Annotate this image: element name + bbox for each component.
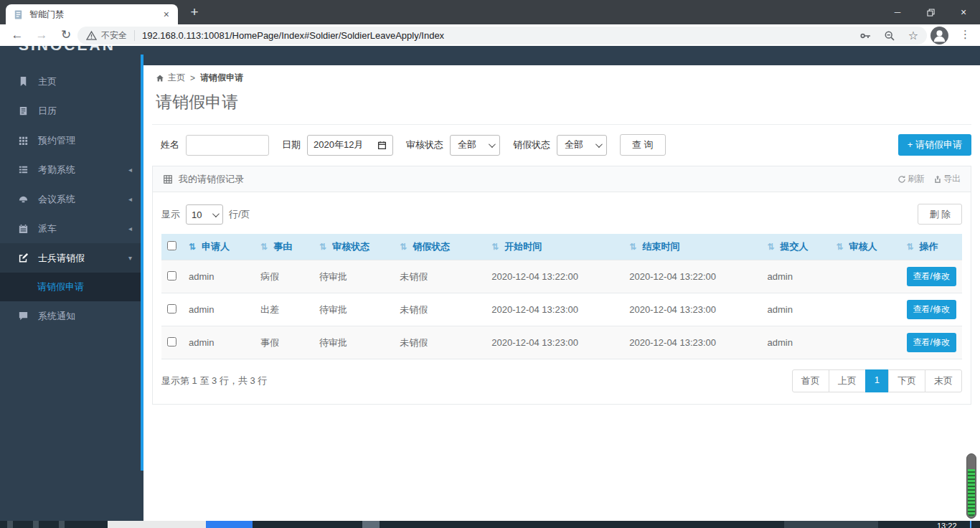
page-prev[interactable]: 上页 [829, 369, 866, 392]
export-link[interactable]: 导出 [933, 173, 961, 185]
sidebar-item-label: 预约管理 [38, 134, 75, 147]
tab-close-icon[interactable]: × [161, 9, 172, 20]
page-size-value: 10 [192, 209, 202, 220]
sort-icon[interactable]: ⇅ [907, 242, 914, 252]
col-actions[interactable]: ⇅操作 [901, 234, 962, 260]
taskbar-item[interactable] [362, 521, 380, 528]
add-leave-button[interactable]: + 请销假申请 [898, 134, 971, 156]
row-checkbox[interactable] [167, 304, 176, 314]
view-edit-button[interactable]: 查看/修改 [907, 333, 956, 352]
sort-icon[interactable]: ⇅ [319, 242, 326, 252]
address-bar[interactable]: 不安全 192.168.0.113:10081/HomePage/Index#S… [77, 27, 927, 44]
browser-menu-icon[interactable]: ⋮ [960, 28, 971, 41]
col-reviewer[interactable]: ⇅审核人 [831, 234, 901, 260]
back-button[interactable]: ← [9, 27, 26, 44]
sidebar-item-calendar[interactable]: 日历 [0, 96, 143, 126]
chevron-left-icon: ◂ [128, 166, 132, 174]
taskbar-item[interactable] [108, 521, 206, 528]
chevron-down-icon [212, 210, 220, 217]
page-last[interactable]: 末页 [925, 369, 962, 392]
cell-review: 待审批 [314, 293, 394, 326]
page-title: 请销假申请 [152, 91, 971, 113]
close-window-button[interactable]: × [947, 0, 980, 24]
taskbar-item[interactable] [7, 521, 13, 528]
sidebar-item-meeting[interactable]: 会议系统 ◂ [0, 184, 143, 214]
chevron-left-icon: ◂ [128, 225, 132, 232]
row-checkbox[interactable] [167, 271, 176, 280]
cell-reviewer [831, 260, 901, 293]
cell-reason: 病假 [255, 260, 314, 293]
sidebar-item-attendance[interactable]: 考勤系统 ◂ [0, 155, 143, 184]
review-status-value: 全部 [458, 138, 476, 151]
cell-review: 待审批 [314, 260, 394, 293]
bookmark-star-icon[interactable]: ☆ [908, 29, 918, 42]
refresh-link[interactable]: 刷新 [897, 173, 925, 185]
sidebar-item-label: 系统通知 [38, 310, 75, 323]
cell-end: 2020-12-04 13:23:00 [623, 293, 761, 326]
date-input[interactable]: 2020年12月 [307, 135, 393, 156]
row-checkbox[interactable] [167, 337, 176, 346]
minimize-button[interactable]: ─ [881, 0, 914, 24]
table-toolbar: 显示 10 行/页 删 除 [161, 204, 962, 225]
view-edit-button[interactable]: 查看/修改 [907, 267, 956, 286]
cell-reviewer [831, 326, 901, 359]
browser-tab[interactable]: 智能门禁 × [6, 4, 178, 24]
sidebar-item-reservation[interactable]: 预约管理 [0, 126, 143, 155]
sort-icon[interactable]: ⇅ [189, 242, 196, 252]
key-icon[interactable] [859, 30, 871, 42]
logo: SINOCEAN [0, 46, 143, 55]
select-all-checkbox[interactable] [167, 241, 176, 250]
taskbar-item[interactable] [33, 521, 39, 528]
restore-button[interactable] [914, 0, 947, 24]
col-end-time[interactable]: ⇅结束时间 [623, 234, 761, 260]
sort-icon[interactable]: ⇅ [400, 242, 407, 252]
taskbar-item[interactable] [59, 521, 65, 528]
sidebar-subitem-leave-apply[interactable]: 请销假申请 [0, 273, 143, 301]
cell-reason: 出差 [255, 293, 314, 326]
page-first[interactable]: 首页 [792, 369, 829, 392]
row-summary: 显示第 1 至 3 行，共 3 行 [161, 374, 267, 387]
taskbar-clock: 13:22 [937, 522, 957, 528]
page-size-select[interactable]: 10 [186, 204, 223, 225]
delete-button[interactable]: 删 除 [918, 204, 962, 225]
col-reason[interactable]: ⇅事由 [255, 234, 314, 260]
sidebar-item-home[interactable]: 主页 [0, 67, 143, 96]
col-start-time[interactable]: ⇅开始时间 [486, 234, 623, 260]
review-status-select[interactable]: 全部 [450, 135, 500, 156]
profile-avatar[interactable] [930, 27, 948, 44]
new-tab-button[interactable]: + [185, 4, 204, 22]
sort-icon[interactable]: ⇅ [837, 242, 844, 252]
sort-icon[interactable]: ⇅ [491, 242, 499, 252]
name-label: 姓名 [161, 138, 179, 151]
breadcrumb-home[interactable]: 主页 [168, 72, 185, 84]
edit-icon [18, 253, 29, 263]
cell-start: 2020-12-04 13:22:00 [486, 260, 623, 293]
filter-bar: 姓名 日期 2020年12月 审核状态 全部 销假状态 全部 [152, 124, 971, 156]
reload-button[interactable]: ↻ [57, 27, 75, 44]
taskbar-item[interactable] [206, 521, 253, 528]
table-header-row: ⇅申请人 ⇅事由 ⇅审核状态 ⇅销假状态 ⇅开始时间 ⇅结束时间 ⇅提交人 ⇅审… [161, 234, 962, 260]
col-submitter[interactable]: ⇅提交人 [761, 234, 830, 260]
window-controls: ─ × [881, 0, 980, 24]
col-applicant[interactable]: ⇅申请人 [183, 234, 255, 260]
page-next[interactable]: 下页 [888, 369, 925, 392]
sort-icon[interactable]: ⇅ [767, 242, 774, 252]
table-row: admin 病假 待审批 未销假 2020-12-04 13:22:00 202… [161, 260, 962, 293]
sidebar-item-dispatch[interactable]: 派车 ◂ [0, 214, 143, 243]
search-button[interactable]: 查 询 [620, 134, 666, 156]
taskbar-item[interactable] [784, 521, 878, 528]
zoom-out-icon[interactable] [884, 30, 895, 42]
page-number[interactable]: 1 [865, 369, 889, 392]
breadcrumb-current: 请销假申请 [200, 72, 243, 84]
sort-icon[interactable]: ⇅ [629, 242, 636, 252]
forward-button[interactable]: → [33, 27, 50, 44]
cancel-status-select[interactable]: 全部 [557, 135, 607, 156]
table-footer: 显示第 1 至 3 行，共 3 行 首页 上页 1 下页 末页 [161, 369, 962, 392]
col-review-status[interactable]: ⇅审核状态 [314, 234, 394, 260]
view-edit-button[interactable]: 查看/修改 [907, 300, 956, 319]
name-input[interactable] [186, 135, 269, 156]
col-cancel-status[interactable]: ⇅销假状态 [394, 234, 486, 260]
sort-icon[interactable]: ⇅ [260, 242, 268, 252]
sidebar-item-notice[interactable]: 系统通知 [0, 301, 143, 331]
sidebar-item-soldier-leave[interactable]: 士兵请销假 ▾ [0, 243, 143, 273]
